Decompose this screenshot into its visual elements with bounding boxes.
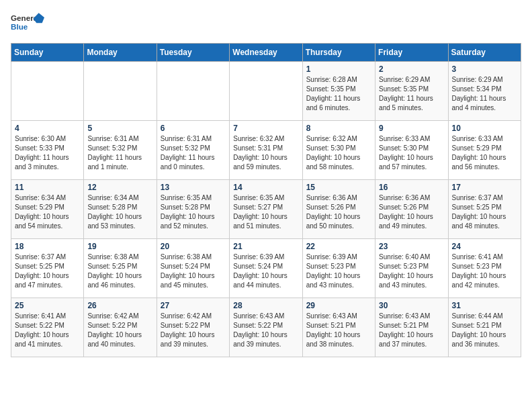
day-number: 15 [306,183,371,192]
weekday-header-monday: Monday [84,44,157,62]
day-number: 28 [233,301,298,310]
calendar-cell: 4 Sunrise: 6:30 AM Sunset: 5:33 PM Dayli… [11,121,84,180]
week-row-2: 4 Sunrise: 6:30 AM Sunset: 5:33 PM Dayli… [11,121,521,180]
day-number: 30 [379,301,444,310]
calendar-cell: 30 Sunrise: 6:43 AM Sunset: 5:21 PM Dayl… [375,298,448,357]
day-number: 14 [233,183,298,192]
calendar-cell [157,62,229,121]
cell-daylight: Daylight: 10 hours and 59 minutes. [233,154,287,171]
cell-daylight: Daylight: 10 hours and 39 minutes. [161,331,215,348]
calendar-cell: 17 Sunrise: 6:37 AM Sunset: 5:25 PM Dayl… [448,180,521,239]
cell-daylight: Daylight: 10 hours and 49 minutes. [379,213,433,230]
calendar-cell: 16 Sunrise: 6:36 AM Sunset: 5:26 PM Dayl… [375,180,448,239]
calendar-cell: 24 Sunrise: 6:41 AM Sunset: 5:23 PM Dayl… [448,239,521,298]
calendar-cell: 25 Sunrise: 6:41 AM Sunset: 5:22 PM Dayl… [11,298,84,357]
cell-daylight: Daylight: 10 hours and 38 minutes. [306,331,361,348]
calendar-cell: 2 Sunrise: 6:29 AM Sunset: 5:35 PM Dayli… [375,62,448,121]
cell-daylight: Daylight: 10 hours and 47 minutes. [15,272,69,289]
day-number: 12 [87,183,152,192]
cell-sunset: Sunset: 5:22 PM [233,322,283,329]
cell-sunset: Sunset: 5:35 PM [306,85,356,93]
calendar-table: SundayMondayTuesdayWednesdayThursdayFrid… [11,43,521,357]
calendar-cell: 15 Sunrise: 6:36 AM Sunset: 5:26 PM Dayl… [302,180,375,239]
cell-daylight: Daylight: 10 hours and 48 minutes. [452,213,506,230]
cell-sunrise: Sunrise: 6:37 AM [452,194,503,201]
cell-sunrise: Sunrise: 6:37 AM [15,253,66,261]
cell-sunset: Sunset: 5:25 PM [87,263,137,270]
cell-sunrise: Sunrise: 6:42 AM [87,312,138,320]
day-number: 31 [452,301,517,310]
cell-daylight: Daylight: 10 hours and 43 minutes. [306,272,361,289]
weekday-header-row: SundayMondayTuesdayWednesdayThursdayFrid… [11,44,521,62]
weekday-header-saturday: Saturday [448,44,521,62]
cell-sunset: Sunset: 5:25 PM [452,203,502,211]
cell-sunset: Sunset: 5:23 PM [452,263,502,270]
cell-daylight: Daylight: 11 hours and 1 minute. [87,154,142,171]
cell-daylight: Daylight: 10 hours and 39 minutes. [233,331,287,348]
cell-daylight: Daylight: 10 hours and 37 minutes. [379,331,433,348]
day-number: 4 [15,124,80,133]
cell-sunrise: Sunrise: 6:32 AM [233,135,284,142]
cell-sunrise: Sunrise: 6:34 AM [15,194,66,201]
cell-sunrise: Sunrise: 6:44 AM [452,312,503,320]
cell-daylight: Daylight: 11 hours and 3 minutes. [15,154,69,171]
day-number: 5 [87,124,152,133]
cell-daylight: Daylight: 10 hours and 57 minutes. [379,154,433,171]
cell-sunset: Sunset: 5:21 PM [306,322,356,329]
cell-sunrise: Sunrise: 6:36 AM [379,194,430,201]
cell-sunrise: Sunrise: 6:29 AM [452,76,503,83]
calendar-cell: 20 Sunrise: 6:38 AM Sunset: 5:24 PM Dayl… [157,239,229,298]
calendar-cell: 26 Sunrise: 6:42 AM Sunset: 5:22 PM Dayl… [84,298,157,357]
cell-sunset: Sunset: 5:34 PM [452,85,502,93]
day-number: 21 [233,242,298,251]
weekday-header-sunday: Sunday [11,44,84,62]
cell-daylight: Daylight: 10 hours and 51 minutes. [233,213,287,230]
cell-sunset: Sunset: 5:23 PM [379,263,429,270]
weekday-header-wednesday: Wednesday [230,44,302,62]
cell-sunrise: Sunrise: 6:34 AM [87,194,138,201]
calendar-cell: 3 Sunrise: 6:29 AM Sunset: 5:34 PM Dayli… [448,62,521,121]
day-number: 11 [15,183,80,192]
cell-sunrise: Sunrise: 6:41 AM [15,312,66,320]
weekday-header-friday: Friday [375,44,448,62]
day-number: 26 [87,301,152,310]
cell-daylight: Daylight: 10 hours and 52 minutes. [161,213,215,230]
calendar-cell: 28 Sunrise: 6:43 AM Sunset: 5:22 PM Dayl… [230,298,302,357]
cell-sunset: Sunset: 5:22 PM [87,322,137,329]
week-row-3: 11 Sunrise: 6:34 AM Sunset: 5:29 PM Dayl… [11,180,521,239]
weekday-header-thursday: Thursday [302,44,375,62]
cell-sunset: Sunset: 5:26 PM [379,203,429,211]
cell-sunset: Sunset: 5:23 PM [306,263,356,270]
cell-daylight: Daylight: 11 hours and 5 minutes. [379,95,433,111]
calendar-cell: 21 Sunrise: 6:39 AM Sunset: 5:24 PM Dayl… [230,239,302,298]
cell-sunrise: Sunrise: 6:33 AM [452,135,503,142]
cell-sunset: Sunset: 5:22 PM [15,322,64,329]
cell-sunrise: Sunrise: 6:38 AM [87,253,138,261]
week-row-5: 25 Sunrise: 6:41 AM Sunset: 5:22 PM Dayl… [11,298,521,357]
cell-sunrise: Sunrise: 6:36 AM [306,194,357,201]
cell-sunrise: Sunrise: 6:39 AM [233,253,284,261]
cell-sunset: Sunset: 5:22 PM [161,322,210,329]
calendar-cell: 22 Sunrise: 6:39 AM Sunset: 5:23 PM Dayl… [302,239,375,298]
cell-daylight: Daylight: 10 hours and 40 minutes. [87,331,142,348]
cell-sunrise: Sunrise: 6:42 AM [161,312,212,320]
day-number: 8 [306,124,371,133]
day-number: 6 [161,124,226,133]
calendar-cell: 1 Sunrise: 6:28 AM Sunset: 5:35 PM Dayli… [302,62,375,121]
calendar-cell: 5 Sunrise: 6:31 AM Sunset: 5:32 PM Dayli… [84,121,157,180]
cell-sunset: Sunset: 5:24 PM [161,263,210,270]
cell-daylight: Daylight: 10 hours and 41 minutes. [15,331,69,348]
cell-daylight: Daylight: 10 hours and 53 minutes. [87,213,142,230]
cell-sunrise: Sunrise: 6:41 AM [452,253,503,261]
cell-daylight: Daylight: 11 hours and 0 minutes. [161,154,215,171]
cell-sunset: Sunset: 5:21 PM [379,322,429,329]
cell-sunrise: Sunrise: 6:31 AM [87,135,138,142]
cell-daylight: Daylight: 10 hours and 42 minutes. [452,272,506,289]
cell-daylight: Daylight: 10 hours and 56 minutes. [452,154,506,171]
day-number: 24 [452,242,517,251]
cell-sunset: Sunset: 5:31 PM [233,144,283,152]
cell-sunset: Sunset: 5:32 PM [87,144,137,152]
cell-sunset: Sunset: 5:26 PM [306,203,356,211]
cell-daylight: Daylight: 11 hours and 4 minutes. [452,95,506,111]
calendar-cell: 19 Sunrise: 6:38 AM Sunset: 5:25 PM Dayl… [84,239,157,298]
